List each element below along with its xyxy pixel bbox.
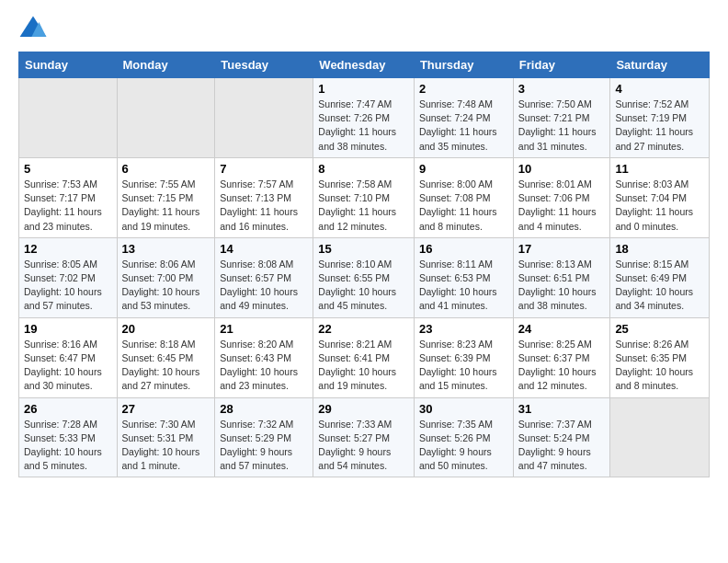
header-cell-monday: Monday	[117, 52, 215, 78]
day-number: 1	[318, 82, 409, 96]
day-info: Sunrise: 7:30 AM Sunset: 5:31 PM Dayligh…	[122, 418, 210, 474]
header-cell-thursday: Thursday	[414, 52, 513, 78]
day-info: Sunrise: 7:28 AM Sunset: 5:33 PM Dayligh…	[24, 418, 112, 474]
calendar-cell: 28Sunrise: 7:32 AM Sunset: 5:29 PM Dayli…	[215, 397, 313, 477]
day-info: Sunrise: 8:15 AM Sunset: 6:49 PM Dayligh…	[615, 258, 704, 314]
week-row-2: 5Sunrise: 7:53 AM Sunset: 7:17 PM Daylig…	[19, 157, 710, 237]
day-number: 31	[518, 402, 606, 416]
day-number: 4	[615, 82, 704, 96]
day-number: 10	[518, 162, 606, 176]
week-row-4: 19Sunrise: 8:16 AM Sunset: 6:47 PM Dayli…	[19, 317, 710, 397]
page: SundayMondayTuesdayWednesdayThursdayFrid…	[0, 0, 728, 492]
header-row: SundayMondayTuesdayWednesdayThursdayFrid…	[19, 52, 710, 78]
day-info: Sunrise: 7:32 AM Sunset: 5:29 PM Dayligh…	[220, 418, 308, 474]
calendar-cell: 5Sunrise: 7:53 AM Sunset: 7:17 PM Daylig…	[19, 157, 118, 237]
calendar-cell	[117, 78, 215, 158]
calendar-body: 1Sunrise: 7:47 AM Sunset: 7:26 PM Daylig…	[19, 78, 710, 477]
day-info: Sunrise: 7:50 AM Sunset: 7:21 PM Dayligh…	[518, 98, 606, 154]
week-row-1: 1Sunrise: 7:47 AM Sunset: 7:26 PM Daylig…	[19, 78, 710, 158]
calendar-cell: 24Sunrise: 8:25 AM Sunset: 6:37 PM Dayli…	[513, 317, 610, 397]
day-info: Sunrise: 8:08 AM Sunset: 6:57 PM Dayligh…	[220, 258, 308, 314]
day-info: Sunrise: 8:16 AM Sunset: 6:47 PM Dayligh…	[24, 338, 112, 394]
calendar-cell: 11Sunrise: 8:03 AM Sunset: 7:04 PM Dayli…	[610, 157, 710, 237]
calendar-cell	[19, 78, 118, 158]
header-cell-saturday: Saturday	[610, 52, 710, 78]
day-info: Sunrise: 8:10 AM Sunset: 6:55 PM Dayligh…	[318, 258, 409, 314]
calendar-cell: 17Sunrise: 8:13 AM Sunset: 6:51 PM Dayli…	[513, 237, 610, 317]
day-info: Sunrise: 7:55 AM Sunset: 7:15 PM Dayligh…	[122, 178, 210, 234]
day-number: 8	[318, 162, 409, 176]
day-info: Sunrise: 8:11 AM Sunset: 6:53 PM Dayligh…	[419, 258, 508, 314]
week-row-3: 12Sunrise: 8:05 AM Sunset: 7:02 PM Dayli…	[19, 237, 710, 317]
logo	[18, 15, 51, 40]
calendar-cell: 16Sunrise: 8:11 AM Sunset: 6:53 PM Dayli…	[414, 237, 513, 317]
day-number: 14	[220, 242, 308, 256]
calendar-cell: 18Sunrise: 8:15 AM Sunset: 6:49 PM Dayli…	[610, 237, 710, 317]
day-number: 25	[615, 322, 704, 336]
day-info: Sunrise: 7:53 AM Sunset: 7:17 PM Dayligh…	[24, 178, 112, 234]
day-info: Sunrise: 8:26 AM Sunset: 6:35 PM Dayligh…	[615, 338, 704, 394]
calendar-cell: 7Sunrise: 7:57 AM Sunset: 7:13 PM Daylig…	[215, 157, 313, 237]
day-number: 3	[518, 82, 606, 96]
header-cell-friday: Friday	[513, 52, 610, 78]
header-cell-wednesday: Wednesday	[313, 52, 415, 78]
day-number: 16	[419, 242, 508, 256]
day-number: 19	[24, 322, 112, 336]
calendar-cell: 14Sunrise: 8:08 AM Sunset: 6:57 PM Dayli…	[215, 237, 313, 317]
day-number: 27	[122, 402, 210, 416]
day-info: Sunrise: 8:13 AM Sunset: 6:51 PM Dayligh…	[518, 258, 606, 314]
header-cell-tuesday: Tuesday	[215, 52, 313, 78]
day-info: Sunrise: 8:23 AM Sunset: 6:39 PM Dayligh…	[419, 338, 508, 394]
calendar-cell	[610, 397, 710, 477]
day-number: 5	[24, 162, 112, 176]
day-number: 11	[615, 162, 704, 176]
day-number: 29	[318, 402, 409, 416]
calendar-cell: 22Sunrise: 8:21 AM Sunset: 6:41 PM Dayli…	[313, 317, 415, 397]
calendar-cell: 13Sunrise: 8:06 AM Sunset: 7:00 PM Dayli…	[117, 237, 215, 317]
day-info: Sunrise: 7:35 AM Sunset: 5:26 PM Dayligh…	[419, 418, 508, 474]
day-info: Sunrise: 8:00 AM Sunset: 7:08 PM Dayligh…	[419, 178, 508, 234]
header	[18, 15, 710, 40]
day-number: 6	[122, 162, 210, 176]
calendar-cell: 12Sunrise: 8:05 AM Sunset: 7:02 PM Dayli…	[19, 237, 118, 317]
calendar-cell: 21Sunrise: 8:20 AM Sunset: 6:43 PM Dayli…	[215, 317, 313, 397]
calendar-cell: 26Sunrise: 7:28 AM Sunset: 5:33 PM Dayli…	[19, 397, 118, 477]
day-number: 28	[220, 402, 308, 416]
calendar-cell: 1Sunrise: 7:47 AM Sunset: 7:26 PM Daylig…	[313, 78, 415, 158]
day-number: 20	[122, 322, 210, 336]
calendar-cell: 3Sunrise: 7:50 AM Sunset: 7:21 PM Daylig…	[513, 78, 610, 158]
day-info: Sunrise: 8:20 AM Sunset: 6:43 PM Dayligh…	[220, 338, 308, 394]
calendar-cell: 6Sunrise: 7:55 AM Sunset: 7:15 PM Daylig…	[117, 157, 215, 237]
day-number: 7	[220, 162, 308, 176]
calendar-cell: 25Sunrise: 8:26 AM Sunset: 6:35 PM Dayli…	[610, 317, 710, 397]
logo-icon	[18, 15, 48, 40]
day-info: Sunrise: 7:48 AM Sunset: 7:24 PM Dayligh…	[419, 98, 508, 154]
day-info: Sunrise: 8:05 AM Sunset: 7:02 PM Dayligh…	[24, 258, 112, 314]
day-number: 24	[518, 322, 606, 336]
day-info: Sunrise: 7:52 AM Sunset: 7:19 PM Dayligh…	[615, 98, 704, 154]
day-number: 17	[518, 242, 606, 256]
calendar-cell: 31Sunrise: 7:37 AM Sunset: 5:24 PM Dayli…	[513, 397, 610, 477]
day-number: 12	[24, 242, 112, 256]
day-number: 26	[24, 402, 112, 416]
calendar-header: SundayMondayTuesdayWednesdayThursdayFrid…	[19, 52, 710, 78]
calendar-cell: 29Sunrise: 7:33 AM Sunset: 5:27 PM Dayli…	[313, 397, 415, 477]
calendar-table: SundayMondayTuesdayWednesdayThursdayFrid…	[18, 52, 710, 477]
calendar-cell: 4Sunrise: 7:52 AM Sunset: 7:19 PM Daylig…	[610, 78, 710, 158]
day-info: Sunrise: 7:33 AM Sunset: 5:27 PM Dayligh…	[318, 418, 409, 474]
day-info: Sunrise: 7:57 AM Sunset: 7:13 PM Dayligh…	[220, 178, 308, 234]
day-info: Sunrise: 8:21 AM Sunset: 6:41 PM Dayligh…	[318, 338, 409, 394]
calendar-cell: 20Sunrise: 8:18 AM Sunset: 6:45 PM Dayli…	[117, 317, 215, 397]
day-info: Sunrise: 8:25 AM Sunset: 6:37 PM Dayligh…	[518, 338, 606, 394]
calendar-cell: 2Sunrise: 7:48 AM Sunset: 7:24 PM Daylig…	[414, 78, 513, 158]
day-info: Sunrise: 7:47 AM Sunset: 7:26 PM Dayligh…	[318, 98, 409, 154]
day-number: 21	[220, 322, 308, 336]
calendar-cell: 19Sunrise: 8:16 AM Sunset: 6:47 PM Dayli…	[19, 317, 118, 397]
calendar-cell: 15Sunrise: 8:10 AM Sunset: 6:55 PM Dayli…	[313, 237, 415, 317]
day-number: 2	[419, 82, 508, 96]
day-number: 13	[122, 242, 210, 256]
day-number: 23	[419, 322, 508, 336]
day-info: Sunrise: 8:18 AM Sunset: 6:45 PM Dayligh…	[122, 338, 210, 394]
header-cell-sunday: Sunday	[19, 52, 118, 78]
day-number: 30	[419, 402, 508, 416]
